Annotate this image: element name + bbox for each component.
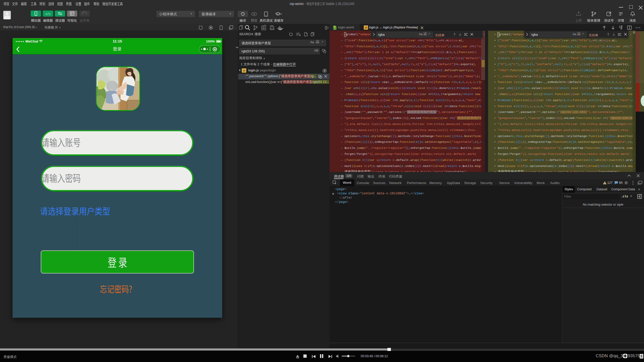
svg-text:!: ! [605,182,605,185]
svg-text:</>: </> [46,13,51,16]
